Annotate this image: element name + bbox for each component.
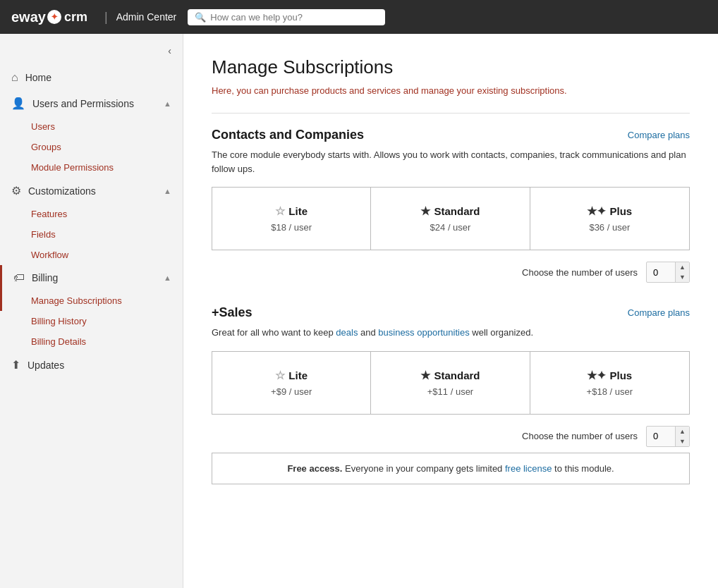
plan-price-lite-2: +$9 / user xyxy=(224,386,359,397)
compare-plans-link-2[interactable]: Compare plans xyxy=(628,307,690,318)
sidebar-item-home[interactable]: ⌂ Home xyxy=(0,65,183,90)
sidebar-item-updates-label: Updates xyxy=(28,360,64,371)
sidebar-item-home-label: Home xyxy=(25,72,51,83)
plan-card-lite-1[interactable]: ☆ Lite $18 / user xyxy=(212,188,371,250)
sidebar-item-features[interactable]: Features xyxy=(0,204,183,224)
sidebar-collapse-area: ‹ xyxy=(0,39,183,65)
plan-name-lite-1: ☆ Lite xyxy=(224,204,359,218)
search-bar[interactable]: 🔍 xyxy=(188,9,385,25)
sidebar-item-customizations[interactable]: ⚙ Customizations ▲ xyxy=(0,178,183,204)
plan-name-lite-2: ☆ Lite xyxy=(224,369,359,382)
sidebar-item-users-permissions[interactable]: 👤 Users and Permissions ▲ xyxy=(0,90,183,116)
plans-grid-contacts: ☆ Lite $18 / user ★ Standard $24 / user … xyxy=(212,187,690,250)
sidebar-item-billing-history[interactable]: Billing History xyxy=(0,311,183,331)
plan-card-standard-2[interactable]: ★ Standard +$11 / user xyxy=(371,352,530,414)
page-title: Manage Subscriptions xyxy=(212,56,690,78)
star-filled-icon: ★ xyxy=(420,204,430,218)
users-label-2: Choose the number of users xyxy=(522,431,638,441)
section-sales-desc: Great for all who want to keep deals and… xyxy=(212,326,690,340)
plan-price-plus-1: $36 / user xyxy=(542,222,678,233)
spinner-up-1[interactable]: ▲ xyxy=(676,262,689,272)
free-access-text2: to this module. xyxy=(554,463,614,474)
section-contacts-companies-desc: The core module everybody starts with. A… xyxy=(212,148,690,176)
sidebar-item-updates[interactable]: ⬆ Updates xyxy=(0,352,183,378)
users-row-2: Choose the number of users ▲ ▼ xyxy=(212,426,690,447)
home-icon: ⌂ xyxy=(11,71,18,84)
logo-icon: crm xyxy=(64,10,87,25)
free-access-bold: Free access. xyxy=(287,463,342,474)
section-sales-header: +Sales Compare plans xyxy=(212,305,690,320)
plan-card-plus-1[interactable]: ★✦ Plus $36 / user xyxy=(530,188,689,250)
admin-center-label: Admin Center xyxy=(116,11,177,23)
section-sales: +Sales Compare plans Great for all who w… xyxy=(212,305,690,484)
main-layout: ‹ ⌂ Home 👤 Users and Permissions ▲ Users… xyxy=(0,34,718,588)
spinner-buttons-2: ▲ ▼ xyxy=(675,427,689,446)
sidebar-item-users-permissions-label: Users and Permissions xyxy=(32,98,134,109)
gear-icon: ⚙ xyxy=(11,184,21,197)
star-multi-icon-2: ★✦ xyxy=(587,369,606,382)
billing-icon: 🏷 xyxy=(13,271,25,284)
sidebar-item-users[interactable]: Users xyxy=(0,116,183,137)
users-row-1: Choose the number of users ▲ ▼ xyxy=(212,262,690,283)
star-empty-icon-2: ☆ xyxy=(275,369,285,382)
chevron-up-icon-2: ▲ xyxy=(164,187,171,195)
plan-name-standard-1: ★ Standard xyxy=(382,204,518,218)
section-sales-title: +Sales xyxy=(212,305,252,320)
plans-grid-sales: ☆ Lite +$9 / user ★ Standard +$11 / user… xyxy=(212,351,690,415)
sidebar-item-groups[interactable]: Groups xyxy=(0,137,183,157)
page-subtitle: Here, you can purchase products and serv… xyxy=(212,85,690,96)
logo-crm-badge: ✦ xyxy=(47,10,61,24)
spinner-down-2[interactable]: ▼ xyxy=(676,436,689,446)
plan-card-plus-2[interactable]: ★✦ Plus +$18 / user xyxy=(530,352,689,414)
users-spinner-1[interactable]: ▲ ▼ xyxy=(646,262,690,283)
section-contacts-companies-header: Contacts and Companies Compare plans xyxy=(212,128,690,142)
star-empty-icon: ☆ xyxy=(275,204,285,218)
header-divider: | xyxy=(104,10,108,25)
users-spinner-2[interactable]: ▲ ▼ xyxy=(646,426,690,447)
plan-price-standard-2: +$11 / user xyxy=(382,386,518,397)
plan-price-lite-1: $18 / user xyxy=(224,222,359,233)
free-license-link[interactable]: free license xyxy=(505,463,552,474)
star-multi-icon: ★✦ xyxy=(587,204,606,218)
plan-card-lite-2[interactable]: ☆ Lite +$9 / user xyxy=(212,352,371,414)
spinner-down-1[interactable]: ▼ xyxy=(676,272,689,282)
plan-price-standard-1: $24 / user xyxy=(382,222,518,233)
free-access-text: Everyone in your company gets limited xyxy=(345,463,505,474)
search-input[interactable] xyxy=(210,12,378,23)
sidebar-collapse-button[interactable]: ‹ xyxy=(165,42,174,59)
updates-icon: ⬆ xyxy=(11,358,20,372)
sidebar-item-module-permissions[interactable]: Module Permissions xyxy=(0,157,183,178)
users-label-1: Choose the number of users xyxy=(522,267,638,278)
main-content: Manage Subscriptions Here, you can purch… xyxy=(183,34,718,588)
plan-name-plus-2: ★✦ Plus xyxy=(542,369,678,382)
section-divider xyxy=(212,113,690,114)
plan-card-standard-1[interactable]: ★ Standard $24 / user xyxy=(371,188,530,250)
star-filled-icon-2: ★ xyxy=(420,369,430,382)
users-input-2[interactable] xyxy=(647,428,675,444)
sidebar-item-fields[interactable]: Fields xyxy=(0,224,183,245)
section-contacts-companies: Contacts and Companies Compare plans The… xyxy=(212,128,690,283)
plan-name-plus-1: ★✦ Plus xyxy=(542,204,678,218)
sidebar-item-billing-details[interactable]: Billing Details xyxy=(0,331,183,352)
sidebar-item-workflow[interactable]: Workflow xyxy=(0,245,183,265)
logo-eway-text: eway xyxy=(11,9,46,25)
header: eway ✦ crm | Admin Center 🔍 xyxy=(0,0,718,34)
logo: eway ✦ crm xyxy=(11,9,87,25)
user-icon: 👤 xyxy=(11,97,25,110)
chevron-up-icon: ▲ xyxy=(164,99,171,108)
search-icon: 🔍 xyxy=(195,12,206,23)
deals-link[interactable]: deals xyxy=(336,327,358,338)
sidebar-item-manage-subscriptions[interactable]: Manage Subscriptions xyxy=(0,290,183,311)
spinner-up-2[interactable]: ▲ xyxy=(676,427,689,436)
section-contacts-companies-title: Contacts and Companies xyxy=(212,128,364,142)
compare-plans-link-1[interactable]: Compare plans xyxy=(628,130,690,140)
sidebar-item-customizations-label: Customizations xyxy=(28,185,96,197)
free-access-box: Free access. Everyone in your company ge… xyxy=(212,453,690,484)
sidebar-item-billing-label: Billing xyxy=(32,272,58,283)
plan-price-plus-2: +$18 / user xyxy=(542,386,678,397)
users-input-1[interactable] xyxy=(647,264,675,281)
business-link[interactable]: business opportunities xyxy=(378,327,469,338)
spinner-buttons-1: ▲ ▼ xyxy=(675,262,689,282)
sidebar-item-billing[interactable]: 🏷 Billing ▲ xyxy=(0,265,183,290)
sidebar: ‹ ⌂ Home 👤 Users and Permissions ▲ Users… xyxy=(0,34,183,588)
